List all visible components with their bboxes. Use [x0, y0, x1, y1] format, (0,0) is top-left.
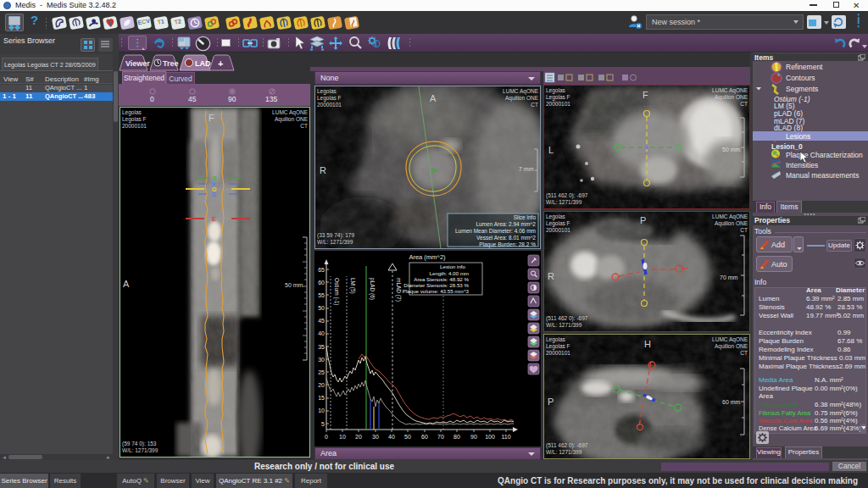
- svg-text:Slice info: Slice info: [514, 214, 537, 220]
- svg-text:50: 50: [318, 305, 325, 311]
- svg-text:Legolas: Legolas: [317, 88, 337, 95]
- svg-text:F: F: [643, 90, 648, 100]
- svg-text:CT: CT: [300, 123, 308, 129]
- svg-text:H: H: [644, 339, 651, 349]
- svg-text:Diameter Stenosis: 28.53 %: Diameter Stenosis: 28.53 %: [403, 282, 469, 288]
- svg-text:(511 462 0): -697: (511 462 0): -697: [546, 315, 588, 322]
- svg-text:(511 462 0): -697: (511 462 0): -697: [546, 442, 588, 449]
- svg-text:45: 45: [188, 95, 197, 103]
- svg-text:(33 59 74): 179: (33 59 74): 179: [317, 232, 354, 239]
- svg-text:Legolas: Legolas: [546, 336, 566, 343]
- svg-text:0: 0: [325, 434, 328, 440]
- svg-text:20: 20: [318, 382, 325, 388]
- svg-text:Area (mm^2): Area (mm^2): [409, 253, 446, 261]
- svg-text:Length: 4.00 mm: Length: 4.00 mm: [430, 270, 469, 276]
- svg-text:A: A: [430, 93, 437, 103]
- svg-text:Plaque volume: 43.55 mm^3: Plaque volume: 43.55 mm^3: [403, 288, 470, 294]
- svg-text:mLAD (7): mLAD (7): [395, 278, 402, 302]
- svg-text:50 mm: 50 mm: [285, 282, 303, 288]
- svg-text:Aquilion ONE: Aquilion ONE: [715, 220, 748, 227]
- svg-text:LM (5): LM (5): [349, 278, 356, 294]
- svg-text:15: 15: [318, 395, 325, 401]
- svg-text:CT: CT: [740, 101, 748, 107]
- svg-text:Legolas F: Legolas F: [122, 116, 147, 123]
- svg-text:Legolas F: Legolas F: [546, 94, 570, 101]
- svg-text:S: S: [213, 175, 217, 181]
- svg-text:D: D: [212, 191, 216, 197]
- svg-text:20000101: 20000101: [546, 101, 570, 107]
- svg-text:Area Stenosis: 48.92 %: Area Stenosis: 48.92 %: [414, 276, 469, 282]
- svg-text:LUMC AqONE: LUMC AqONE: [503, 88, 539, 95]
- svg-text:45: 45: [318, 318, 325, 324]
- svg-text:W/L: 1271/399: W/L: 1271/399: [122, 447, 159, 453]
- svg-text:Legolas F: Legolas F: [546, 220, 570, 227]
- svg-text:0: 0: [150, 95, 154, 103]
- svg-text:Viewer: Viewer: [125, 59, 150, 68]
- svg-text:7 mm: 7 mm: [519, 166, 534, 172]
- svg-text:70 mm: 70 mm: [720, 274, 738, 280]
- svg-text:W/L: 1271/399: W/L: 1271/399: [317, 239, 353, 245]
- svg-text:(511 462 0): -697: (511 462 0): -697: [546, 192, 588, 199]
- svg-text:Aquilion ONE: Aquilion ONE: [715, 343, 748, 350]
- svg-text:100: 100: [485, 434, 495, 440]
- svg-text:Aquilion ONE: Aquilion ONE: [505, 95, 539, 102]
- svg-text:CT: CT: [740, 227, 748, 233]
- svg-text:30: 30: [318, 357, 325, 363]
- svg-text:60: 60: [318, 280, 325, 286]
- svg-text:pLAD (6): pLAD (6): [369, 278, 376, 300]
- svg-text:40: 40: [318, 330, 325, 336]
- svg-text:A: A: [123, 279, 130, 289]
- svg-text:LUMC AqONE: LUMC AqONE: [272, 109, 309, 116]
- svg-text:R: R: [548, 271, 554, 281]
- svg-text:LUMC AqONE: LUMC AqONE: [712, 336, 748, 343]
- svg-text:65: 65: [318, 267, 325, 273]
- svg-text:Legolas: Legolas: [122, 109, 142, 116]
- svg-text:60: 60: [421, 434, 428, 440]
- svg-text:W/L: 1271/399: W/L: 1271/399: [546, 322, 582, 328]
- svg-text:+: +: [218, 58, 223, 69]
- svg-text:20000101: 20000101: [317, 102, 342, 108]
- svg-text:Legolas: Legolas: [546, 87, 566, 94]
- svg-text:10: 10: [318, 408, 325, 413]
- svg-text:E: E: [212, 216, 216, 222]
- svg-text:Legolas F: Legolas F: [546, 343, 570, 350]
- svg-text:P: P: [548, 396, 554, 407]
- svg-text:CT: CT: [740, 350, 748, 356]
- svg-text:50 mm: 50 mm: [722, 147, 741, 152]
- svg-text:Plaque Burden: 28.2 %: Plaque Burden: 28.2 %: [479, 241, 536, 248]
- svg-text:Tree: Tree: [163, 59, 179, 68]
- svg-text:CT: CT: [531, 102, 538, 108]
- svg-text:(59 74 0): 153: (59 74 0): 153: [122, 441, 157, 447]
- svg-text:5: 5: [321, 421, 325, 427]
- svg-text:20: 20: [355, 434, 362, 440]
- svg-text:LUMC AqONE: LUMC AqONE: [712, 214, 748, 220]
- svg-text:R: R: [320, 165, 326, 175]
- svg-text:Aquilion ONE: Aquilion ONE: [715, 94, 748, 101]
- svg-text:90: 90: [470, 434, 477, 440]
- svg-text:60 mm: 60 mm: [722, 399, 741, 405]
- svg-text:20000101: 20000101: [546, 350, 570, 356]
- svg-text:Lesion info: Lesion info: [440, 263, 465, 269]
- svg-text:F: F: [209, 113, 214, 123]
- svg-text:135: 135: [265, 95, 277, 103]
- svg-text:70: 70: [437, 434, 444, 440]
- svg-text:40: 40: [388, 434, 395, 440]
- svg-text:W/L: 1271/399: W/L: 1271/399: [546, 199, 582, 205]
- svg-text:P: P: [640, 215, 646, 225]
- svg-text:LUMC AqONE: LUMC AqONE: [712, 87, 748, 94]
- svg-text:10: 10: [339, 434, 346, 440]
- svg-text:Lumen Mean Diameter: 4.06 mm: Lumen Mean Diameter: 4.06 mm: [455, 228, 536, 234]
- svg-text:LAD: LAD: [195, 59, 211, 68]
- svg-text:W/L: 1271/399: W/L: 1271/399: [546, 449, 582, 455]
- svg-text:50: 50: [404, 434, 411, 440]
- svg-text:90: 90: [228, 95, 236, 103]
- svg-text:80: 80: [453, 434, 460, 440]
- svg-text:Aquilion ONE: Aquilion ONE: [275, 116, 309, 123]
- svg-text:110: 110: [501, 434, 510, 440]
- svg-text:25: 25: [318, 369, 325, 375]
- svg-text:Legolas F: Legolas F: [317, 95, 342, 102]
- svg-text:20000101: 20000101: [122, 123, 147, 129]
- svg-text:55: 55: [318, 292, 325, 298]
- svg-text:20000101: 20000101: [546, 227, 570, 233]
- svg-text:35: 35: [318, 344, 325, 350]
